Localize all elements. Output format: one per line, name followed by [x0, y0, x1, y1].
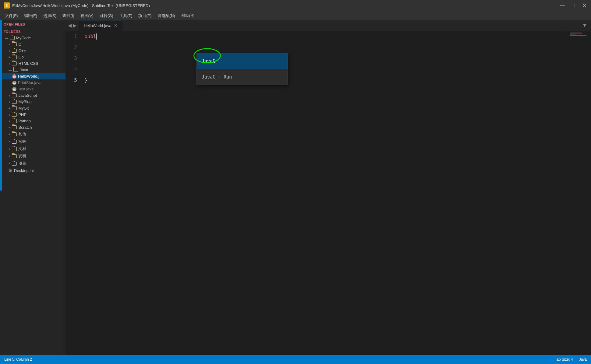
menu-item-F[interactable]: 文件(F) [2, 12, 21, 20]
sidebar-item-myblog[interactable]: + MyBlog [0, 99, 65, 105]
editor-area: ◀ ▶ HelloWorld.java ✕ ▼ 1 2 3 4 5 pub [65, 20, 591, 355]
sidebar-item-printstarjava[interactable]: ☕ PrintStar.java [0, 79, 65, 86]
sidebar-item-label: MyCode [16, 36, 31, 40]
sidebar-item-mygit[interactable]: + MyGit [0, 105, 65, 111]
autocomplete-item-javac-run[interactable]: JavaC - Run [197, 69, 288, 85]
folder-icon [12, 147, 17, 151]
sidebar-item-label: Java [20, 68, 28, 72]
folder-icon [12, 49, 17, 53]
folder-icon [12, 140, 17, 144]
sidebar-item-testjava[interactable]: ☕ Test.java [0, 86, 65, 92]
folder-icon [13, 68, 18, 72]
folder-icon [12, 42, 17, 46]
sidebar-item-label: HTML CSS [18, 61, 38, 66]
cursor [96, 33, 97, 40]
folder-icon [12, 55, 17, 59]
folder-icon [12, 125, 17, 129]
sidebar-item-go[interactable]: + Go [0, 54, 65, 60]
sidebar-item-experiment[interactable]: + 实验 [0, 138, 65, 145]
folder-icon [12, 119, 17, 123]
window-controls: — □ ✕ [559, 3, 587, 9]
minimize-button[interactable]: — [559, 3, 565, 8]
autocomplete-item-javac[interactable]: JavaC [197, 53, 288, 69]
menu-item-S[interactable]: 选择(S) [40, 12, 59, 20]
sidebar-item-label: 资料 [18, 153, 26, 159]
sidebar-item-label: Scratch [18, 125, 32, 130]
sidebar-item-other[interactable]: + 其他 [0, 131, 65, 138]
sidebar-item-javascript[interactable]: + JavaScript [0, 92, 65, 99]
sidebar-item-label: Desktop.ini [14, 168, 34, 173]
minimap [567, 31, 591, 355]
gear-icon: ⚙ [9, 168, 12, 173]
code-keyword: publ [84, 31, 96, 42]
menu-item-P[interactable]: 项目(P) [135, 12, 154, 20]
sidebar-item-mycode[interactable]: — MyCode [0, 35, 65, 41]
statusbar-right: Tab Size: 4 Java [555, 357, 587, 362]
sidebar-item-label: C [18, 42, 21, 47]
sidebar-item-label: Test.java [18, 87, 34, 91]
menu-item-H[interactable]: 帮助(H) [178, 12, 198, 20]
tab-prev-button[interactable]: ◀ [68, 23, 72, 28]
sidebar-item-c[interactable]: + C [0, 41, 65, 47]
sidebar-item-label: Python [18, 119, 30, 123]
menu-item-T[interactable]: 工具(T) [116, 12, 136, 20]
status-position[interactable]: Line 5, Column 2 [4, 357, 32, 362]
menu-item-N[interactable]: 首选项(N) [155, 12, 178, 20]
sidebar-item-helloworldjava[interactable]: ☕ HelloWorld.j [0, 73, 65, 79]
tab-close-button[interactable]: ✕ [114, 23, 118, 28]
editor[interactable]: 1 2 3 4 5 publ } [65, 31, 591, 355]
sidebar: OPEN FILES FOLDERS — MyCode + C + C++ + … [0, 20, 65, 355]
line-number: 4 [65, 64, 77, 75]
folder-icon [12, 132, 17, 136]
sidebar-item-materials[interactable]: + 资料 [0, 152, 65, 160]
tab-next-button[interactable]: ▶ [73, 23, 76, 28]
sidebar-item-label: MyGit [18, 106, 29, 110]
tabbar-dropdown-button[interactable]: ▼ [582, 22, 591, 29]
maximize-button[interactable]: □ [570, 3, 576, 8]
menu-item-G[interactable]: 跳转(G) [97, 12, 116, 20]
code-brace: } [84, 75, 87, 86]
sidebar-item-projects[interactable]: + 项目 [0, 160, 65, 167]
folders-label: FOLDERS [0, 27, 65, 35]
sidebar-item-label: JavaScript [18, 93, 37, 98]
sidebar-item-java[interactable]: — Java [0, 67, 65, 73]
sidebar-item-label: PrintStar.java [18, 80, 41, 85]
line-numbers: 1 2 3 4 5 [65, 31, 81, 355]
sidebar-item-cpp[interactable]: + C++ [0, 47, 65, 54]
menu-item-V[interactable]: 视图(V) [77, 12, 97, 20]
sidebar-item-python[interactable]: + Python [0, 118, 65, 124]
autocomplete-dropdown[interactable]: JavaC JavaC - Run [196, 53, 288, 85]
window-title: E:\MyCode\Java\HelloWorld.java (MyCode) … [12, 3, 557, 8]
folder-icon [12, 106, 17, 110]
tab-helloworldjava[interactable]: HelloWorld.java ✕ [79, 20, 123, 31]
sidebar-item-label: C++ [18, 48, 26, 53]
status-language[interactable]: Java [579, 357, 587, 362]
sidebar-item-htmlcss[interactable]: + HTML CSS [0, 60, 65, 67]
menu-item-I[interactable]: 查找(I) [59, 12, 77, 20]
statusbar: Line 5, Column 2 Tab Size: 4 Java [0, 355, 591, 364]
sidebar-item-label: MyBlog [18, 100, 31, 104]
menu-item-E[interactable]: 编辑(E) [21, 12, 40, 20]
code-line-4 [84, 64, 563, 75]
minimap-line [570, 34, 576, 35]
folder-icon [12, 162, 17, 166]
code-area[interactable]: publ } JavaC JavaC - Run [81, 31, 567, 355]
folder-icon [12, 113, 17, 117]
folder-icon [12, 93, 17, 97]
java-file-icon: ☕ [12, 81, 16, 85]
sidebar-item-php[interactable]: + PHP [0, 111, 65, 118]
status-tab-size[interactable]: Tab Size: 4 [555, 357, 573, 362]
sidebar-item-scratch[interactable]: + Scratch [0, 124, 65, 131]
sidebar-item-label: 其他 [18, 131, 26, 137]
titlebar: S E:\MyCode\Java\HelloWorld.java (MyCode… [0, 0, 591, 11]
sidebar-item-docs[interactable]: + 文档 [0, 145, 65, 152]
sidebar-item-desktopini[interactable]: ⚙ Desktop.ini [0, 167, 65, 174]
open-files-label: OPEN FILES [0, 20, 65, 27]
tab-label: HelloWorld.java [84, 23, 111, 28]
sidebar-item-label: Go [18, 55, 23, 59]
folder-icon [12, 61, 17, 65]
folder-icon [10, 36, 15, 40]
minimap-line [570, 35, 586, 36]
close-button[interactable]: ✕ [581, 3, 587, 9]
line-number: 5 [65, 75, 77, 86]
